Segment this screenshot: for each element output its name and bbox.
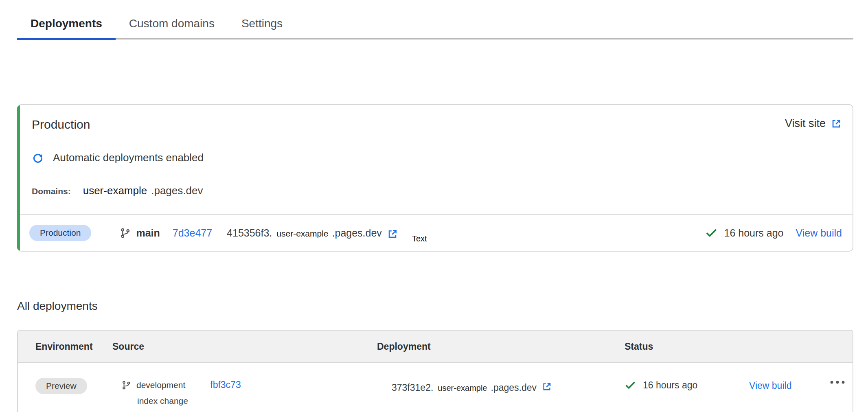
domain-suffix: .pages.dev bbox=[151, 184, 203, 197]
view-build-link[interactable]: View build bbox=[749, 380, 791, 391]
column-header-status: Status bbox=[625, 341, 725, 352]
tab-custom-domains[interactable]: Custom domains bbox=[116, 9, 228, 40]
automatic-deployments-status: Automatic deployments enabled bbox=[32, 151, 842, 164]
external-link-icon[interactable] bbox=[387, 228, 398, 240]
all-deployments-title: All deployments bbox=[17, 299, 98, 313]
deployment-hash: 415356f3. bbox=[227, 227, 272, 239]
success-check-icon bbox=[705, 227, 717, 239]
commit-link[interactable]: fbf3c73 bbox=[210, 379, 241, 390]
deployment-domain: user-example bbox=[438, 384, 487, 393]
visit-site-label: Visit site bbox=[785, 117, 826, 130]
success-check-icon bbox=[625, 379, 636, 391]
domains-label: Domains: bbox=[32, 186, 71, 196]
branch-name: main bbox=[136, 227, 160, 239]
deployment-url: 373f31e2. user-example .pages.dev bbox=[392, 380, 625, 393]
production-card-title: Production bbox=[32, 117, 90, 132]
more-options-icon bbox=[829, 379, 846, 385]
environment-badge-preview: Preview bbox=[35, 378, 87, 394]
visit-site-link[interactable]: Visit site bbox=[785, 117, 842, 130]
column-header-source: Source bbox=[112, 341, 377, 352]
git-branch-icon bbox=[120, 228, 131, 239]
refresh-icon bbox=[32, 152, 44, 164]
external-link-icon bbox=[831, 118, 842, 129]
pages-project-deployments-screen: Deployments Custom domains Settings Prod… bbox=[0, 9, 868, 412]
tab-bar: Deployments Custom domains Settings bbox=[17, 9, 853, 39]
deployment-domain: user-example bbox=[276, 229, 328, 239]
deployment-suffix: .pages.dev bbox=[332, 227, 382, 239]
column-header-deployment: Deployment bbox=[377, 341, 625, 352]
automatic-deployments-text: Automatic deployments enabled bbox=[53, 151, 204, 164]
production-card-accent-bar bbox=[17, 105, 20, 251]
deployment-url: 415356f3. user-example .pages.dev bbox=[227, 227, 382, 239]
tab-deployments[interactable]: Deployments bbox=[17, 9, 116, 40]
view-build-link[interactable]: View build bbox=[796, 227, 842, 239]
domain-name: user-example bbox=[83, 184, 147, 197]
git-branch-icon bbox=[121, 380, 131, 390]
deployments-table: Environment Source Deployment Status Pre… bbox=[17, 330, 853, 412]
commit-link[interactable]: 7d3e477 bbox=[173, 227, 212, 239]
deployment-hash: 373f31e2. bbox=[392, 382, 433, 393]
deployment-time: 16 hours ago bbox=[724, 227, 784, 239]
production-deployment-row: Production main 7d3e477 bbox=[17, 214, 853, 251]
domains-row: Domains: user-example .pages.dev bbox=[32, 184, 842, 214]
deployment-suffix: .pages.dev bbox=[491, 382, 537, 393]
tab-settings[interactable]: Settings bbox=[228, 9, 296, 40]
deployment-note: Text bbox=[412, 234, 427, 243]
tab-deployments-label: Deployments bbox=[31, 17, 102, 30]
environment-badge-production: Production bbox=[29, 225, 91, 241]
commit-message: index change bbox=[137, 396, 377, 406]
table-row-preview-deployment: Preview development fbf3c73 bbox=[18, 363, 853, 412]
deployment-time: 16 hours ago bbox=[643, 380, 697, 391]
more-options-button[interactable] bbox=[829, 379, 846, 385]
column-header-environment: Environment bbox=[18, 341, 112, 352]
production-card: Production Visit site bbox=[17, 104, 853, 252]
branch-name: development bbox=[136, 380, 185, 390]
tab-custom-domains-label: Custom domains bbox=[129, 17, 215, 30]
tab-settings-label: Settings bbox=[241, 17, 283, 30]
external-link-icon[interactable] bbox=[541, 381, 552, 392]
deployments-table-header: Environment Source Deployment Status bbox=[18, 331, 853, 363]
